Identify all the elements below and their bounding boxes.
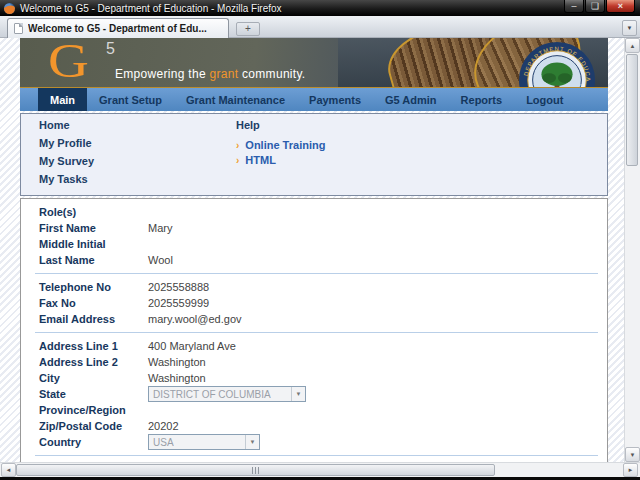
submenu-panel: Home My Profile My Survey My Tasks Help … <box>20 113 608 196</box>
field-label: Middle Initial <box>39 238 148 250</box>
minimize-button[interactable]: – <box>564 0 584 13</box>
submenu-links: Home My Profile My Survey My Tasks <box>39 120 94 192</box>
form-row-first-name: First Name Mary <box>21 220 607 236</box>
horizontal-scrollbar-thumb[interactable] <box>16 464 495 476</box>
field-value: 2025558888 <box>148 281 209 293</box>
window-title: Welcome to G5 - Department of Education … <box>20 3 282 14</box>
g5-banner: π(x) = f(x) G 5 Empowering the grant com… <box>20 38 608 88</box>
field-value: Mary <box>148 222 172 234</box>
field-value: Wool <box>148 254 173 266</box>
field-label: Address Line 1 <box>39 340 148 352</box>
field-label: Email Address <box>39 313 148 325</box>
submenu-my-tasks[interactable]: My Tasks <box>39 174 94 185</box>
chevron-down-icon: ▼ <box>245 435 259 449</box>
department-of-education-seal: DEPARTMENT OF EDUCATION UNITED STATES OF… <box>518 41 596 88</box>
scrollbar-grip <box>252 467 253 474</box>
submenu-my-survey[interactable]: My Survey <box>39 156 94 167</box>
tagline-highlight: grant <box>210 67 239 81</box>
window-controls: – ❏ × <box>563 0 635 13</box>
section-divider <box>35 332 598 333</box>
form-row-city: City Washington <box>21 370 607 386</box>
country-select[interactable]: USA ▼ <box>148 434 260 450</box>
section-divider <box>35 455 598 456</box>
g5-logo-five: 5 <box>106 40 115 58</box>
field-label: State <box>39 388 148 400</box>
maximize-button[interactable]: ❏ <box>585 0 605 13</box>
scroll-up-icon[interactable]: ▲ <box>625 38 640 53</box>
tagline-prefix: Empowering the <box>115 67 210 81</box>
field-value: Washington <box>148 356 206 368</box>
state-select[interactable]: DISTRICT OF COLUMBIA ▼ <box>148 386 306 402</box>
browser-tab[interactable]: Welcome to G5 - Department of Edu... <box>7 18 229 38</box>
form-row-address1: Address Line 1 400 Maryland Ave <box>21 338 607 354</box>
submenu-my-profile[interactable]: My Profile <box>39 138 94 149</box>
form-row-telephone: Telephone No 2025558888 <box>21 279 607 295</box>
field-value: 2025559999 <box>148 297 209 309</box>
scrollbar-grip <box>255 467 256 474</box>
field-value: 400 Maryland Ave <box>148 340 236 352</box>
form-row-province: Province/Region <box>21 402 607 418</box>
state-select-value: DISTRICT OF COLUMBIA <box>153 389 271 400</box>
list-tabs-icon[interactable]: ▼ <box>622 20 637 36</box>
nav-main[interactable]: Main <box>38 88 87 111</box>
close-button[interactable]: × <box>606 0 635 13</box>
title-bar: Welcome to G5 - Department of Education … <box>0 0 640 16</box>
field-label: Role(s) <box>39 206 148 218</box>
submenu-home[interactable]: Home <box>39 120 94 131</box>
profile-form: Role(s) First Name Mary Middle Initial L… <box>20 198 608 462</box>
scrollbar-grip <box>258 467 259 474</box>
scroll-right-icon[interactable]: ► <box>623 463 638 477</box>
browser-window: Welcome to G5 - Department of Education … <box>0 0 640 480</box>
tagline-suffix: community. <box>238 67 305 81</box>
form-row-address2: Address Line 2 Washington <box>21 354 607 370</box>
vertical-scrollbar[interactable]: ▲ ▼ <box>624 38 640 462</box>
form-row-country: Country USA ▼ <box>21 434 607 450</box>
form-row-fax: Fax No 2025559999 <box>21 295 607 311</box>
field-label: Address Line 2 <box>39 356 148 368</box>
scroll-down-icon[interactable]: ▼ <box>625 447 640 462</box>
help-column: Help › Online Training › HTML <box>236 120 325 169</box>
field-value: 20202 <box>148 420 179 432</box>
help-link-online-training[interactable]: Online Training <box>245 139 325 151</box>
help-link-html[interactable]: HTML <box>245 154 276 166</box>
field-label: City <box>39 372 148 384</box>
nav-logout[interactable]: Logout <box>514 88 575 111</box>
new-tab-button[interactable]: + <box>236 22 260 36</box>
field-label: Country <box>39 436 148 448</box>
tab-bar: Welcome to G5 - Department of Edu... + ▼ <box>0 16 640 38</box>
scroll-left-icon[interactable]: ◄ <box>1 463 16 477</box>
form-row-state: State DISTRICT OF COLUMBIA ▼ <box>21 386 607 402</box>
nav-grant-maintenance[interactable]: Grant Maintenance <box>174 88 297 111</box>
form-row-email: Email Address mary.wool@ed.gov <box>21 311 607 327</box>
vertical-scrollbar-thumb[interactable] <box>626 54 638 166</box>
field-value: mary.wool@ed.gov <box>148 313 242 325</box>
help-heading: Help <box>236 120 325 131</box>
field-label: Province/Region <box>39 404 148 416</box>
page-icon <box>14 23 23 34</box>
field-value: Washington <box>148 372 206 384</box>
form-row-roles: Role(s) <box>21 204 607 220</box>
firefox-icon <box>4 3 15 14</box>
form-row-middle-initial: Middle Initial <box>21 236 607 252</box>
nav-grant-setup[interactable]: Grant Setup <box>87 88 174 111</box>
tab-title: Welcome to G5 - Department of Edu... <box>28 23 207 34</box>
g5-logo: G <box>48 38 89 88</box>
banner-tagline: Empowering the grant community. <box>115 67 306 81</box>
arrow-bullet-icon: › <box>236 140 239 151</box>
main-navigation: Main Grant Setup Grant Maintenance Payme… <box>20 88 608 111</box>
field-label: Zip/Postal Code <box>39 420 148 432</box>
nav-payments[interactable]: Payments <box>297 88 373 111</box>
field-label: First Name <box>39 222 148 234</box>
page-viewport: π(x) = f(x) G 5 Empowering the grant com… <box>0 38 624 462</box>
page-content: π(x) = f(x) G 5 Empowering the grant com… <box>20 38 608 462</box>
horizontal-scrollbar[interactable]: ◄ ► <box>0 462 640 477</box>
country-select-value: USA <box>153 437 174 448</box>
field-label: Last Name <box>39 254 148 266</box>
nav-g5-admin[interactable]: G5 Admin <box>373 88 449 111</box>
form-row-zip: Zip/Postal Code 20202 <box>21 418 607 434</box>
arrow-bullet-icon: › <box>236 155 239 166</box>
field-label: Telephone No <box>39 281 148 293</box>
field-label: Fax No <box>39 297 148 309</box>
nav-reports[interactable]: Reports <box>449 88 515 111</box>
chevron-down-icon: ▼ <box>291 387 305 401</box>
